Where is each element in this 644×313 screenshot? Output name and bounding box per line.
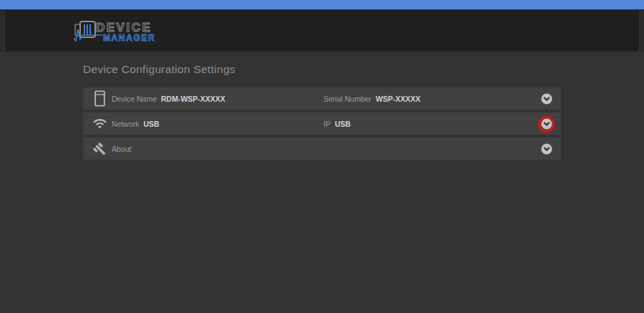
- settings-row-network[interactable]: Network USB IP USB: [83, 112, 561, 135]
- network-row-expand-button[interactable]: [541, 118, 552, 130]
- ip-label: IP: [323, 120, 331, 128]
- device-info-expand-button[interactable]: [541, 93, 552, 105]
- ip-value: USB: [335, 120, 351, 128]
- chevron-down-circle-icon: [541, 118, 552, 130]
- wifi-icon: [92, 117, 107, 130]
- tablet-device-icon: [92, 90, 107, 107]
- chevron-down-circle-icon: [541, 93, 552, 105]
- logo-text-manager: MANAGER: [103, 33, 155, 43]
- settings-accordion: Device Name RDM-WSP-XXXXX Serial Number …: [83, 87, 561, 160]
- about-field: About: [112, 145, 323, 153]
- page-title: Device Configuration Settings: [83, 64, 561, 74]
- about-expand-button[interactable]: [541, 143, 552, 155]
- device-name-label: Device Name: [112, 95, 157, 103]
- window-top-accent-bar: [0, 0, 644, 9]
- device-name-field: Device Name RDM-WSP-XXXXX: [112, 95, 323, 103]
- ip-field: IP USB: [323, 120, 351, 128]
- serial-number-label: Serial Number: [323, 95, 371, 103]
- settings-row-about[interactable]: About: [83, 138, 561, 160]
- serial-number-field: Serial Number WSP-XXXXX: [323, 95, 421, 103]
- network-value: USB: [144, 120, 160, 128]
- chevron-down-circle-icon: [541, 143, 552, 155]
- about-label: About: [112, 145, 131, 153]
- network-field: Network USB: [112, 120, 323, 128]
- gavel-icon: [92, 142, 107, 156]
- serial-number-value: WSP-XXXXX: [376, 95, 420, 103]
- device-manager-logo: DEVICE MANAGER: [74, 19, 174, 43]
- settings-row-device-info[interactable]: Device Name RDM-WSP-XXXXX Serial Number …: [83, 87, 561, 110]
- network-label: Network: [112, 120, 140, 128]
- main-content: Device Configuration Settings Device Nam…: [0, 64, 644, 160]
- device-name-value: RDM-WSP-XXXXX: [161, 95, 225, 103]
- app-header: DEVICE MANAGER: [0, 9, 644, 52]
- app-header-panel: DEVICE MANAGER: [4, 9, 640, 52]
